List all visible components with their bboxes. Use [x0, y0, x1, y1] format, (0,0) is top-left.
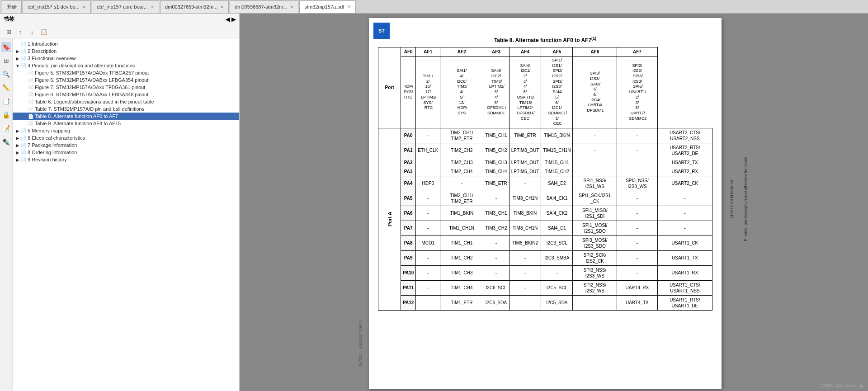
toolbar-icon-4[interactable]: 📋: [39, 27, 49, 37]
cell-10-af1: TIM1_CH3: [440, 265, 483, 280]
toolbar-icon-2[interactable]: ↑: [15, 27, 25, 37]
tree-item-item4-6[interactable]: 📄Table 7. STM32MP157A/D pin and ball def…: [13, 105, 239, 113]
toolbar-icon-1[interactable]: ⊞: [4, 27, 14, 37]
col-header-0: Port: [378, 47, 401, 128]
tab-close-tab4[interactable]: ✕: [220, 5, 224, 9]
tab-bar: 开始ebf_mp157 s1 dev bo...✕ebf_mp157 core …: [0, 0, 868, 14]
tab-close-tab3[interactable]: ✕: [151, 5, 154, 9]
item-icon-item7: 📄: [21, 143, 26, 148]
tree-item-item4-3[interactable]: 📄Figure 7. STM32MP157A/DAxx TFBGA361 pin…: [13, 84, 239, 91]
cell-8-af0: MCO1: [416, 236, 440, 250]
tree-item-item9[interactable]: ▶📄9 Revision history: [13, 156, 239, 163]
tree-item-item1[interactable]: 📄1 Introduction: [13, 40, 239, 47]
cell-8-af7: USART1_CK: [657, 236, 712, 250]
cell-12-pin: PA12: [401, 295, 416, 310]
cell-10-af3: -: [509, 265, 541, 280]
expand-icon-item5[interactable]: ▶: [14, 128, 21, 133]
cell-11-af5: SPI2_NSS/ I2S2_WS: [573, 280, 617, 295]
tree-item-item6[interactable]: ▶📄6 Electrical characteristics: [13, 134, 239, 141]
pdf-page: ST Table 8. Alternate function AF0 to AF…: [369, 18, 722, 389]
item-label-item1: 1 Introduction: [28, 41, 58, 47]
layers-panel-icon[interactable]: 📑: [1, 96, 11, 106]
cell-12-af7: USART1_RTS/ USART1_DE: [657, 295, 712, 310]
cell-4-pin: PA4: [401, 176, 416, 191]
cell-7-af3: TIM8_CH1N: [509, 221, 541, 236]
col-subheader-5: SAI4/ I2C1/2/3/4/5/ USART1/ TIM15/LPTIM2…: [509, 57, 541, 128]
cell-9-af7: USART1_TX: [657, 250, 712, 265]
cell-7-af0: -: [416, 221, 440, 236]
toolbar-icon-3[interactable]: ↓: [27, 27, 37, 37]
cell-2-af2: TIM5_CH3: [483, 158, 509, 167]
tab-tab2[interactable]: ebf_mp157 s1 dev bo...✕: [23, 0, 91, 13]
cell-12-af4: I2C5_SDA: [541, 295, 573, 310]
tab-tab5[interactable]: dm00596687-stm32m...✕: [230, 0, 298, 13]
cell-1-af7: USART2_RTS/ USART2_DE: [657, 143, 712, 158]
tree-item-item4-7[interactable]: 📄Table 8. Alternate function AF0 to AF7: [13, 113, 239, 120]
cell-2-af0: -: [416, 158, 440, 167]
cell-9-af4: I2C3_SMBA: [541, 250, 573, 265]
tab-tab3[interactable]: ebf_mp157 core boar...✕: [92, 0, 159, 13]
cell-8-af5: SPI3_MOSI/ I2S3_SDO: [573, 236, 617, 250]
cell-5-af1: TIM2_CH1/ TIM2_ETR: [440, 191, 483, 206]
bookmark-panel-icon[interactable]: 🔖: [1, 42, 11, 52]
security-panel-icon[interactable]: 🔒: [1, 110, 11, 120]
expand-icon-item7[interactable]: ▶: [14, 143, 21, 148]
expand-icon-item8[interactable]: ▶: [14, 150, 21, 155]
collapse-left-btn[interactable]: ◀: [226, 16, 230, 23]
tree-item-item4-4[interactable]: 📄Figure 8. STM32MP157A/DAAxx LFBGA448 pi…: [13, 91, 239, 98]
tree-item-item5[interactable]: ▶📄5 Memory mapping: [13, 127, 239, 134]
expand-icon-item6[interactable]: ▶: [14, 136, 21, 141]
cell-0-af0: -: [416, 128, 440, 143]
cell-12-af1: TIM1_ETR: [440, 295, 483, 310]
item-icon-item1: 📄: [21, 42, 26, 47]
cell-4-af0: HDP0: [416, 176, 440, 191]
cell-5-af0: -: [416, 191, 440, 206]
cell-11-af0: -: [416, 280, 440, 295]
cell-5-af6: -: [617, 191, 658, 206]
tab-tab1[interactable]: 开始: [2, 0, 22, 13]
tree-item-item8[interactable]: ▶📄8 Ordering information: [13, 149, 239, 156]
tab-close-tab5[interactable]: ✕: [290, 5, 293, 9]
cell-1-pin: PA1: [401, 143, 416, 158]
cell-3-af0: -: [416, 167, 440, 176]
annotation-panel-icon[interactable]: ✏️: [1, 83, 11, 93]
cell-6-pin: PA6: [401, 206, 416, 221]
tab-close-tab6[interactable]: ✕: [347, 4, 351, 9]
content-area: DS12504 Rev 3 92/258 ST Table 8. Alterna…: [240, 14, 868, 391]
expand-icon-item3[interactable]: ▶: [14, 56, 21, 61]
col-subheader-4: SAI4/I2C2/ TIM8/ LPTIM2/3/4/5/ DFSDM1 /S…: [483, 57, 509, 128]
col-header-1: AF0: [401, 47, 416, 57]
tree-item-item4-2[interactable]: 📄Figure 6. STM32MP157A/DABxx LFBGA354 pi…: [13, 76, 239, 84]
tree-item-item4-5[interactable]: 📄Table 6. Legend/abbreviations used in t…: [13, 98, 239, 105]
properties-panel-icon[interactable]: 📝: [1, 123, 11, 133]
cell-12-af3: -: [509, 295, 541, 310]
cell-8-af2: -: [483, 236, 509, 250]
item-icon-item4-8: 📄: [28, 121, 33, 126]
item-icon-item4-3: 📄: [28, 85, 33, 90]
expand-icon-item9[interactable]: ▶: [14, 157, 21, 162]
col-header-5: AF4: [509, 47, 541, 57]
item-label-item4-1: Figure 5. STM32MP157A/DADxx TFBGA257 pin…: [35, 70, 149, 75]
col-header-4: AF3: [483, 47, 509, 57]
expand-icon-item4[interactable]: ▼: [14, 63, 21, 68]
cell-4-af7: USART2_CK: [657, 176, 712, 191]
cell-4-af6: SPI3_NSS/ I2S3_WS: [617, 176, 658, 191]
pdf-table: PortAF0AF1AF2AF3AF4AF5AF6AF7HDP/SYS/RTCT…: [378, 47, 712, 311]
cell-5-pin: PA5: [401, 191, 416, 206]
tree-item-item7[interactable]: ▶📄7 Package information: [13, 141, 239, 149]
tree-item-item4-8[interactable]: 📄Table 9. Alternate function AF8 to AF15: [13, 120, 239, 127]
search-panel-icon[interactable]: 🔍: [1, 69, 11, 79]
edit-panel-icon[interactable]: ✒️: [1, 137, 11, 147]
collapse-right-btn[interactable]: ▶: [231, 16, 236, 23]
expand-icon-item2[interactable]: ▶: [14, 49, 21, 54]
cell-11-af7: USART1_CTS/ USART1_NSS: [657, 280, 712, 295]
tree-item-item4-1[interactable]: 📄Figure 5. STM32MP157A/DADxx TFBGA257 pi…: [13, 69, 239, 76]
cell-1-af3: LPTIM3_OUT: [509, 143, 541, 158]
tree-item-item4[interactable]: ▼📄4 Pinouts, pin description and alterna…: [13, 62, 239, 69]
tab-tab4[interactable]: dm00327659-stm32m...✕: [160, 0, 229, 13]
thumbnail-panel-icon[interactable]: ⊞: [1, 56, 11, 66]
tab-close-tab2[interactable]: ✕: [82, 5, 86, 9]
tab-tab6[interactable]: stm32mp157a.pdf✕: [299, 0, 355, 13]
tree-item-item2[interactable]: ▶📄2 Description: [13, 47, 239, 55]
tree-item-item3[interactable]: ▶📄3 Functional overview: [13, 55, 239, 62]
